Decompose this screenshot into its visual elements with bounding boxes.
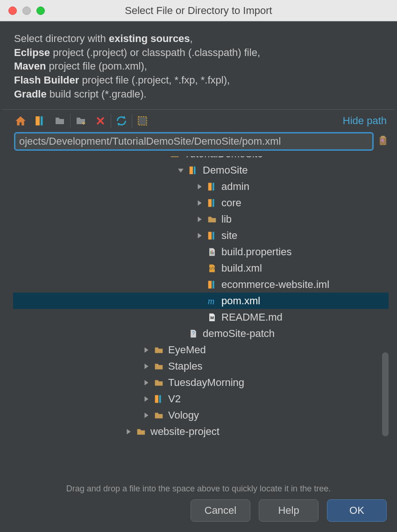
expand-arrow-icon[interactable] — [142, 411, 150, 420]
expand-arrow-icon[interactable] — [158, 156, 166, 158]
project-icon[interactable] — [34, 114, 47, 127]
tree-node-label: DemoSite — [203, 164, 248, 176]
description-text: Select directory with existing sources, … — [0, 21, 397, 109]
svg-rect-10 — [208, 199, 212, 207]
hide-path-link[interactable]: Hide path — [343, 115, 387, 127]
tree-node-label: demoSite-patch — [203, 328, 275, 340]
expand-arrow-icon[interactable] — [142, 395, 150, 403]
toolbar: Hide path — [0, 110, 397, 132]
tree-node[interactable]: mpom.xml — [13, 293, 389, 309]
svg-rect-11 — [213, 199, 214, 207]
svg-rect-8 — [208, 183, 212, 191]
expand-arrow-icon[interactable] — [195, 199, 204, 207]
tree-node[interactable]: admin — [13, 178, 389, 195]
ij-icon — [206, 181, 218, 192]
file-icon: ? — [188, 328, 199, 339]
tree-node[interactable]: </>build.xml — [13, 260, 389, 276]
svg-rect-15 — [212, 251, 213, 254]
ij-icon — [206, 197, 218, 209]
expand-arrow-icon[interactable] — [124, 427, 133, 436]
zoom-window-button[interactable] — [36, 7, 45, 15]
tree-node-clipped[interactable]: TutorialDemoSite — [13, 156, 389, 162]
tree-node[interactable]: TuesdayMorning — [13, 374, 389, 391]
path-row — [0, 132, 397, 154]
svg-rect-9 — [213, 183, 214, 191]
svg-rect-2 — [138, 117, 147, 125]
tree-node[interactable]: V2 — [13, 391, 389, 407]
svg-rect-0 — [35, 117, 40, 126]
svg-rect-6 — [190, 167, 193, 175]
tree-node[interactable]: ecommerce-website.iml — [13, 276, 389, 293]
traffic-lights — [0, 7, 45, 15]
expand-arrow-icon[interactable] — [195, 215, 204, 224]
tree-node[interactable]: EyeMed — [13, 342, 389, 358]
svg-rect-23 — [155, 395, 158, 403]
titlebar: Select File or Directory to Import — [0, 0, 397, 21]
ok-button[interactable]: OK — [327, 499, 387, 522]
tree-node[interactable]: ?demoSite-patch — [13, 325, 389, 342]
tree-node[interactable]: build.properties — [13, 244, 389, 260]
folder-icon — [153, 361, 164, 372]
expand-arrow-icon[interactable] — [177, 166, 185, 175]
expand-arrow-icon[interactable] — [142, 346, 150, 354]
expand-arrow-icon[interactable] — [142, 378, 150, 387]
delete-icon[interactable] — [94, 114, 107, 127]
tree-node[interactable]: core — [13, 195, 389, 211]
show-hidden-icon[interactable] — [136, 114, 149, 127]
cancel-button[interactable]: Cancel — [191, 499, 250, 522]
drag-drop-hint: Drag and drop a file into the space abov… — [0, 481, 397, 499]
svg-rect-1 — [41, 117, 43, 126]
path-input[interactable] — [14, 132, 374, 151]
ij-icon — [188, 165, 199, 176]
folder-icon — [153, 377, 164, 388]
button-row: Cancel Help OK — [0, 499, 397, 532]
tree-node[interactable]: lib — [13, 211, 389, 227]
svg-text:m: m — [208, 296, 215, 306]
new-folder-icon[interactable] — [74, 114, 87, 127]
svg-rect-19 — [213, 281, 214, 289]
svg-rect-18 — [208, 281, 212, 289]
svg-text:?: ? — [192, 331, 195, 336]
file-tree[interactable]: TutorialDemoSiteDemoSiteadmincorelibsite… — [13, 156, 389, 481]
md-icon: M — [206, 312, 218, 323]
history-icon[interactable] — [377, 135, 390, 148]
scrollbar-thumb[interactable] — [382, 352, 389, 436]
tree-node-label: build.xml — [221, 262, 262, 274]
expand-arrow-icon[interactable] — [142, 362, 150, 371]
ij-icon — [206, 230, 218, 241]
refresh-icon[interactable] — [115, 114, 128, 127]
tree-node[interactable]: website-project — [13, 423, 389, 440]
folder-icon — [153, 410, 164, 421]
toolbar-divider — [70, 114, 71, 128]
svg-text:M: M — [210, 315, 214, 320]
svg-rect-14 — [211, 251, 212, 254]
minimize-window-button[interactable] — [22, 7, 31, 15]
close-window-button[interactable] — [8, 7, 17, 15]
svg-rect-5 — [381, 136, 385, 138]
tree-node[interactable]: Vology — [13, 407, 389, 423]
help-button[interactable]: Help — [259, 499, 319, 522]
home-icon[interactable] — [14, 114, 27, 127]
tree-node[interactable]: site — [13, 227, 389, 244]
tree-node-label: pom.xml — [221, 295, 260, 307]
props-icon — [206, 246, 218, 258]
folder-icon[interactable] — [53, 114, 66, 127]
svg-rect-12 — [208, 232, 212, 240]
tree-node-label: lib — [221, 213, 232, 225]
tree-node-label: build.properties — [221, 246, 291, 258]
ij-icon — [153, 393, 164, 405]
tree-node-label: EyeMed — [168, 344, 206, 356]
tree-node-label: core — [221, 197, 241, 209]
tree-node[interactable]: MREADME.md — [13, 309, 389, 325]
tree-node-label: ecommerce-website.iml — [221, 279, 329, 291]
svg-rect-13 — [213, 232, 214, 240]
toolbar-divider — [132, 114, 132, 128]
expand-arrow-icon[interactable] — [195, 182, 204, 191]
expand-arrow-icon[interactable] — [195, 231, 204, 240]
folder-icon — [169, 156, 180, 160]
tree-node[interactable]: Staples — [13, 358, 389, 374]
folder-icon — [206, 214, 218, 225]
folder-icon — [153, 344, 164, 356]
xml-icon: </> — [206, 263, 218, 274]
tree-node[interactable]: DemoSite — [13, 162, 389, 178]
